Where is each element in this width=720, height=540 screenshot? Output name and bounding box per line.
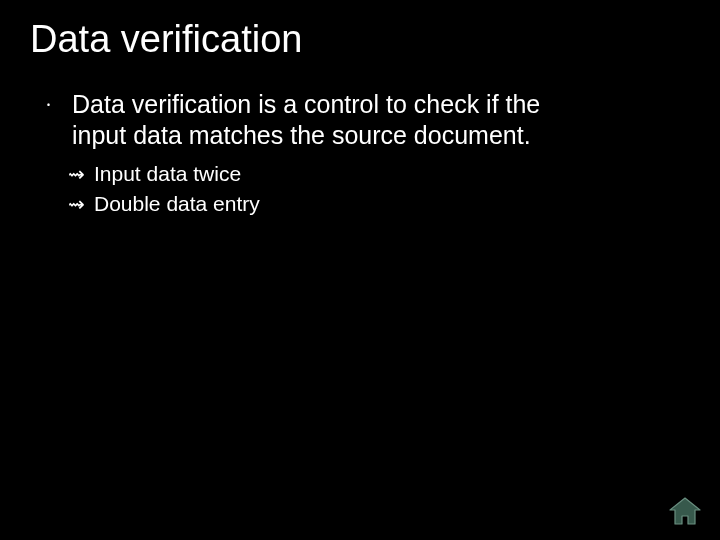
home-button[interactable] xyxy=(668,496,702,526)
slide-title: Data verification xyxy=(30,18,690,61)
dot-bullet-icon: · xyxy=(46,89,72,121)
bullet-level1-text: Data verification is a control to check … xyxy=(72,89,592,150)
bullet-level2-text: Double data entry xyxy=(94,190,260,217)
bullet-level2-text: Input data twice xyxy=(94,160,241,187)
bullet-level1: · Data verification is a control to chec… xyxy=(46,89,690,150)
arrow-bullet-icon: ⇝ xyxy=(68,190,94,218)
arrow-bullet-icon: ⇝ xyxy=(68,160,94,188)
sub-bullet-group: ⇝ Input data twice ⇝ Double data entry xyxy=(46,160,690,218)
bullet-level2: ⇝ Double data entry xyxy=(68,190,690,218)
slide-body: · Data verification is a control to chec… xyxy=(30,89,690,218)
svg-marker-0 xyxy=(670,498,700,524)
slide: Data verification · Data verification is… xyxy=(0,0,720,540)
bullet-level2: ⇝ Input data twice xyxy=(68,160,690,188)
home-icon xyxy=(668,496,702,526)
